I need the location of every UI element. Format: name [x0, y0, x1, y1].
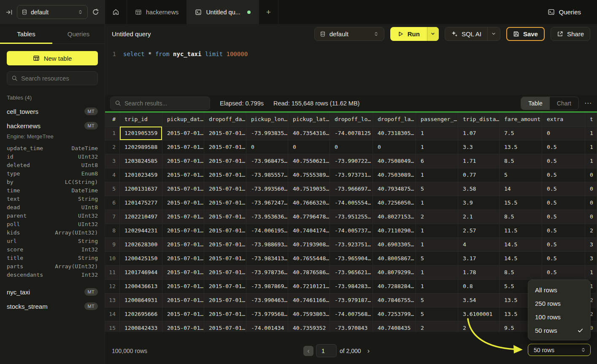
table-cell[interactable]: 2015-07-01… [204, 210, 246, 224]
menu-item-50-rows[interactable]: 50 rows [528, 324, 590, 337]
table-cell[interactable]: 1 [585, 140, 597, 154]
table-cell[interactable]: 40.7666320… [288, 196, 330, 210]
table-cell[interactable]: -73.951255… [330, 210, 373, 224]
table-cell[interactable]: 1 [416, 280, 458, 294]
table-cell[interactable]: 1.07 [458, 127, 500, 140]
table-cell[interactable]: 0.77 [458, 168, 500, 182]
table-cell[interactable]: 0.5 [542, 182, 585, 196]
table-cell[interactable]: -73.953636… [246, 210, 288, 224]
database-selector[interactable]: default [17, 5, 88, 19]
table-cell[interactable]: 5 [416, 252, 458, 266]
table-cell[interactable]: 40.7404174… [288, 224, 330, 238]
row-number[interactable]: 14 [105, 307, 120, 321]
table-cell[interactable]: 40.7796478… [288, 210, 330, 224]
column-header[interactable]: dropoff_la… [373, 113, 416, 127]
page-number-input[interactable] [316, 344, 337, 357]
collapse-sidebar-icon[interactable] [5, 8, 14, 16]
table-cell[interactable]: -73.985557… [246, 168, 288, 182]
table-cell[interactable]: 14 [500, 182, 542, 196]
table-cell[interactable]: -73.993835… [246, 127, 288, 140]
table-cell[interactable]: 0 [373, 140, 416, 154]
next-page-button[interactable]: › [367, 347, 370, 355]
table-cell[interactable]: 1202210497 [120, 210, 162, 224]
table-cell[interactable]: 2015-07-01… [204, 168, 246, 182]
table-cell[interactable]: -74.006195… [246, 224, 288, 238]
table-cell[interactable]: 40.7253799… [373, 307, 416, 321]
table-cell[interactable]: 1 [416, 168, 458, 182]
table-cell[interactable]: 1202695666 [120, 307, 162, 321]
table-cell[interactable]: 2015-07-01… [204, 266, 246, 280]
table-cell[interactable]: 2015-07-01… [162, 154, 204, 168]
table-cell[interactable]: 2015-07-01… [204, 127, 246, 140]
table-cell[interactable]: -73.990722… [330, 154, 373, 168]
table-cell[interactable]: 1 [416, 266, 458, 280]
table-cell[interactable]: -73.979568… [246, 307, 288, 321]
table-cell[interactable]: 2015-07-01… [162, 182, 204, 196]
table-cell[interactable]: 40.7655448… [288, 252, 330, 266]
table-cell[interactable]: 40.7593803… [288, 307, 330, 321]
table-cell[interactable]: 0.5 [542, 224, 585, 238]
save-button[interactable]: Save [506, 27, 545, 41]
table-cell[interactable]: -73.987869… [246, 280, 288, 294]
column-header[interactable]: t [585, 113, 597, 127]
row-number[interactable]: 5 [105, 182, 120, 196]
table-cell[interactable]: -73.965904… [330, 252, 373, 266]
table-cell[interactable]: -73.923751… [330, 238, 373, 252]
table-cell[interactable]: 40.7408435 [373, 321, 416, 332]
table-cell[interactable]: 1200864931 [120, 294, 162, 307]
results-search-input[interactable] [124, 100, 205, 107]
column-header[interactable]: extra [542, 113, 585, 127]
table-cell[interactable]: 1201746944 [120, 266, 162, 280]
table-cell[interactable]: 2 [585, 224, 597, 238]
sidebar-tab-queries[interactable]: Queries [52, 24, 105, 43]
table-cell[interactable]: 0.5 [542, 266, 585, 280]
table-cell[interactable]: 14.5 [500, 252, 542, 266]
tab-home[interactable] [105, 0, 127, 24]
table-cell[interactable]: 0 [330, 140, 373, 154]
table-cell[interactable]: -73.968475… [246, 154, 288, 168]
table-cell[interactable]: 1200842433 [120, 321, 162, 332]
row-number[interactable]: 4 [105, 168, 120, 182]
column-header[interactable]: pickup_lon… [246, 113, 288, 127]
resource-search[interactable] [7, 71, 98, 85]
table-cell[interactable]: 1202944231 [120, 224, 162, 238]
table-cell[interactable]: 2015-07-01… [162, 266, 204, 280]
page-size-select[interactable]: 50 rows [528, 344, 591, 356]
column-header[interactable]: trip_dista… [458, 113, 500, 127]
table-cell[interactable]: 2015-07-01… [162, 321, 204, 332]
share-button[interactable]: Share [551, 27, 590, 41]
row-number[interactable]: 6 [105, 196, 120, 210]
table-cell[interactable]: 40.7555389… [288, 168, 330, 182]
table-cell[interactable]: 2015-07-01… [204, 224, 246, 238]
row-number[interactable]: 2 [105, 140, 120, 154]
tab-hackernews[interactable]: hackernews [127, 0, 187, 24]
table-cell[interactable]: 3.17 [458, 252, 500, 266]
table-cell[interactable]: 8.5 [500, 210, 542, 224]
table-cell[interactable]: -73.990463… [246, 294, 288, 307]
table-cell[interactable]: 0.5 [542, 140, 585, 154]
table-cell[interactable]: 40.7110290… [373, 224, 416, 238]
column-header[interactable]: dropoff_lo… [330, 113, 373, 127]
table-cell[interactable]: 8.5 [500, 154, 542, 168]
table-cell[interactable]: -74.0078125 [330, 127, 373, 140]
run-options-caret[interactable] [427, 27, 439, 41]
menu-item-all-rows[interactable]: All rows [528, 283, 590, 297]
table-cell[interactable]: 13.5 [500, 140, 542, 154]
table-cell[interactable]: 2015-07-01… [162, 280, 204, 294]
table-cell[interactable]: 40.7508049… [373, 154, 416, 168]
table-cell[interactable]: 3.54 [458, 294, 500, 307]
run-button[interactable]: Run [390, 27, 427, 41]
selected-cell[interactable]: 1201905359 [120, 127, 162, 140]
table-cell[interactable]: 2015-07-01… [204, 238, 246, 252]
column-header[interactable]: pickup_lat… [288, 113, 330, 127]
table-cell[interactable]: 3.3 [458, 140, 500, 154]
sidebar-item-hackernews[interactable]: hackernews MT [7, 119, 98, 133]
table-cell[interactable]: 1203824585 [120, 154, 162, 168]
table-cell[interactable]: 2 [416, 321, 458, 332]
table-cell[interactable]: 0.5 [542, 210, 585, 224]
table-cell[interactable]: 3 [585, 238, 597, 252]
table-cell[interactable]: -74.005737… [330, 224, 373, 238]
table-cell[interactable]: 14.5 [500, 238, 542, 252]
table-cell[interactable]: 1202989588 [120, 140, 162, 154]
table-cell[interactable]: -74.007568… [330, 307, 373, 321]
